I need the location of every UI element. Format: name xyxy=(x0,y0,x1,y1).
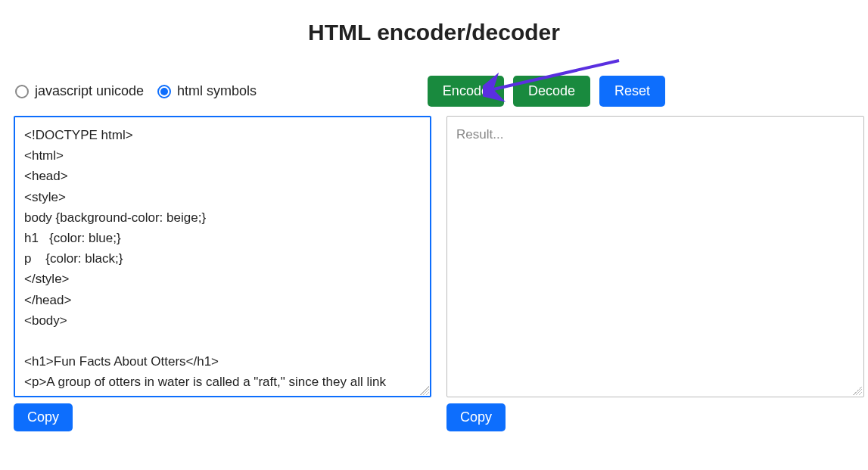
reset-button[interactable]: Reset xyxy=(599,76,665,107)
result-textarea-wrap xyxy=(446,116,864,397)
copy-input-button[interactable]: Copy xyxy=(14,403,73,431)
encode-button[interactable]: Encode xyxy=(428,76,504,107)
radio-html-symbols-label: html symbols xyxy=(177,83,257,99)
radio-js-unicode[interactable]: javascript unicode xyxy=(15,83,144,99)
result-panel: Copy xyxy=(446,116,864,431)
radio-icon xyxy=(15,85,29,98)
copy-result-button[interactable]: Copy xyxy=(446,403,506,431)
radio-dot-icon xyxy=(160,88,168,95)
radio-js-unicode-label: javascript unicode xyxy=(35,83,144,99)
action-buttons: Encode Decode Reset xyxy=(428,76,665,107)
input-panel: Copy xyxy=(14,116,431,431)
result-textarea[interactable] xyxy=(446,116,864,397)
encoding-mode-radios: javascript unicode html symbols xyxy=(15,83,257,99)
decode-button[interactable]: Decode xyxy=(513,76,590,107)
panels: Copy Copy xyxy=(14,116,854,431)
page-title: HTML encoder/decoder xyxy=(14,20,854,45)
controls-row: javascript unicode html symbols Encode D… xyxy=(14,76,854,114)
radio-html-symbols[interactable]: html symbols xyxy=(157,83,257,99)
input-textarea[interactable] xyxy=(14,116,431,397)
input-textarea-wrap xyxy=(14,116,431,397)
radio-icon xyxy=(157,85,171,98)
